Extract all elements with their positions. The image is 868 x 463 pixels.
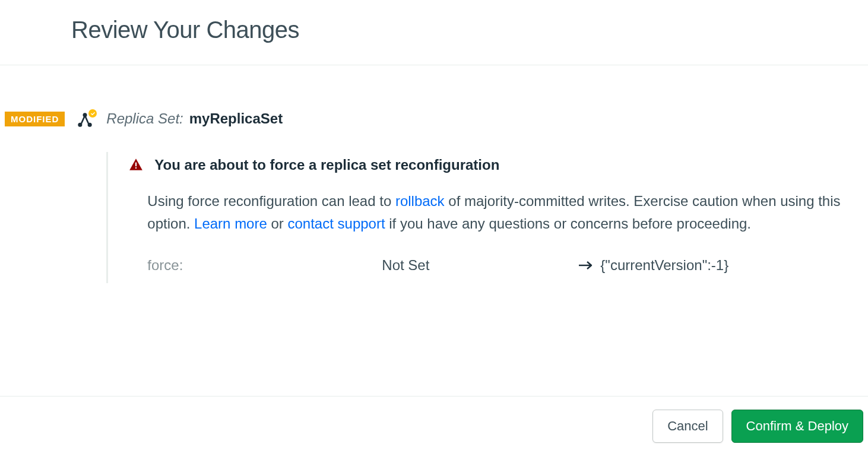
warning-text: Using force reconfiguration can lead to … <box>128 190 845 236</box>
arrow-right-icon <box>578 261 593 270</box>
svg-line-3 <box>82 117 85 123</box>
diff-old-value: Not Set <box>382 257 578 274</box>
replica-name: myReplicaSet <box>189 110 283 127</box>
confirm-deploy-button[interactable]: Confirm & Deploy <box>731 410 863 443</box>
footer-actions: Cancel Confirm & Deploy <box>0 396 868 463</box>
warning-triangle-icon <box>128 157 144 173</box>
diff-key: force: <box>147 257 382 274</box>
page-header: Review Your Changes <box>0 0 868 65</box>
svg-rect-6 <box>135 167 137 169</box>
modified-badge: MODIFIED <box>5 112 65 126</box>
replica-type-label: Replica Set: <box>106 110 183 127</box>
warning-text-segment: Using force reconfiguration can lead to <box>147 193 395 209</box>
svg-line-4 <box>86 117 89 123</box>
replica-header: Replica Set: myReplicaSet <box>106 110 863 127</box>
learn-more-link[interactable]: Learn more <box>194 215 267 232</box>
warning-title: You are about to force a replica set rec… <box>154 157 499 173</box>
svg-point-2 <box>83 113 87 117</box>
warning-box: You are about to force a replica set rec… <box>106 152 863 283</box>
check-badge-icon <box>88 109 97 118</box>
rollback-link[interactable]: rollback <box>395 193 445 209</box>
contact-support-link[interactable]: contact support <box>288 215 385 232</box>
warning-text-segment: if you have any questions or concerns be… <box>385 215 751 232</box>
change-body: Replica Set: myReplicaSet You are about … <box>106 110 863 283</box>
svg-rect-5 <box>135 163 137 167</box>
content-area: MODIFIED Replica Set: myReplicaSet <box>0 65 868 283</box>
replica-set-icon <box>77 112 94 128</box>
diff-new-value: {"currentVersion":-1} <box>600 257 728 274</box>
warning-text-segment: or <box>267 215 288 232</box>
diff-row: force: Not Set {"currentVersion":-1} <box>128 257 845 274</box>
change-row: MODIFIED Replica Set: myReplicaSet <box>5 110 863 283</box>
page-title: Review Your Changes <box>71 17 868 43</box>
cancel-button[interactable]: Cancel <box>652 410 723 443</box>
